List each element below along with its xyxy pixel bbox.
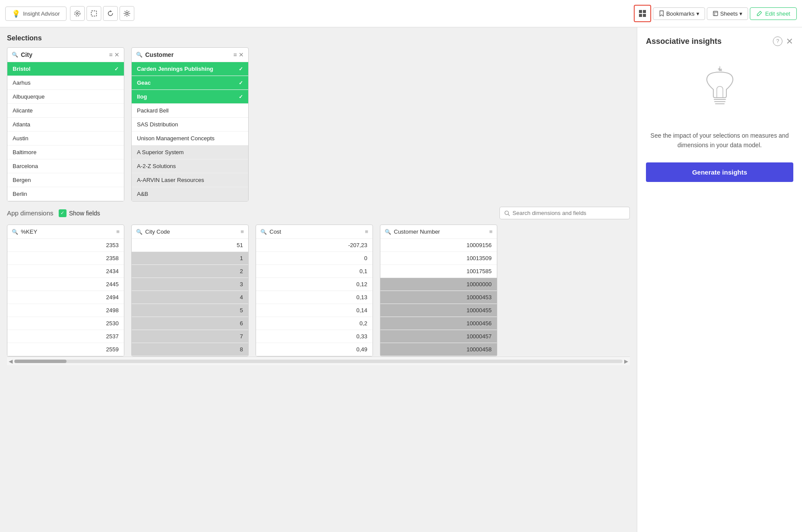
svg-point-1 — [77, 13, 78, 14]
rect-select-icon-btn[interactable] — [87, 6, 101, 21]
lightbulb-illustration — [698, 66, 742, 118]
city-item-berlin[interactable]: Berlin — [7, 187, 124, 201]
customer-item-ab[interactable]: A&B — [132, 187, 248, 201]
city-filter-close-icon[interactable]: ✕ — [114, 51, 120, 58]
show-fields-toggle[interactable]: ✓ Show fields — [59, 209, 100, 217]
cost-item-2[interactable]: 0 — [256, 252, 373, 265]
svg-rect-6 — [639, 14, 642, 17]
city-code-item-1[interactable]: 1 — [132, 252, 248, 265]
cost-item-8[interactable]: 0,33 — [256, 330, 373, 343]
key-dim-menu-icon[interactable]: ≡ — [116, 228, 120, 235]
grid-view-button[interactable] — [634, 5, 651, 22]
cust-num-item-5[interactable]: 10000453 — [380, 291, 497, 304]
cost-item-3[interactable]: 0,1 — [256, 265, 373, 278]
app-dimensions-header: App dimensions ✓ Show fields — [7, 207, 630, 219]
cost-dim-menu-icon[interactable]: ≡ — [365, 228, 368, 235]
cust-num-item-6[interactable]: 10000455 — [380, 304, 497, 317]
city-code-item-3[interactable]: 3 — [132, 278, 248, 291]
customer-filter-list-icon[interactable]: ≡ — [233, 51, 237, 58]
cust-num-item-3[interactable]: 10017585 — [380, 265, 497, 278]
city-code-item-6[interactable]: 6 — [132, 317, 248, 330]
selections-title: Selections — [7, 34, 630, 42]
customer-filter-icons: ≡ ✕ — [233, 51, 244, 58]
city-item-aarhus[interactable]: Aarhus — [7, 76, 124, 90]
city-code-item-5[interactable]: 5 — [132, 304, 248, 317]
dimensions-search-input[interactable] — [512, 210, 625, 216]
city-code-item-51[interactable]: 51 — [132, 239, 248, 252]
key-item-2537[interactable]: 2537 — [7, 330, 124, 343]
show-fields-checkbox[interactable]: ✓ — [59, 209, 67, 217]
sheets-button[interactable]: Sheets ▾ — [707, 7, 748, 20]
customer-item-sas[interactable]: SAS Distribution — [132, 118, 248, 132]
key-item-2353[interactable]: 2353 — [7, 239, 124, 252]
city-code-dim-menu-icon[interactable]: ≡ — [240, 228, 244, 235]
customer-item-packard[interactable]: Packard Bell — [132, 104, 248, 118]
refresh-icon-btn[interactable] — [103, 6, 118, 21]
cost-item-7[interactable]: 0,2 — [256, 317, 373, 330]
customer-number-search-icon: 🔍 — [385, 229, 391, 235]
bookmarks-button[interactable]: Bookmarks ▾ — [653, 7, 705, 20]
topbar-right: Bookmarks ▾ Sheets ▾ Edit sheet — [634, 5, 797, 22]
city-filter-list-icon[interactable]: ≡ — [109, 51, 113, 58]
svg-rect-2 — [91, 11, 97, 16]
help-icon[interactable]: ? — [773, 36, 782, 46]
cust-num-item-2[interactable]: 10013509 — [380, 252, 497, 265]
scroll-left-arrow[interactable]: ◀ — [9, 358, 13, 364]
cost-item-5[interactable]: 0,13 — [256, 291, 373, 304]
edit-sheet-button[interactable]: Edit sheet — [750, 7, 797, 20]
horizontal-scrollbar[interactable]: ◀ ▶ — [7, 357, 630, 365]
cost-item-4[interactable]: 0,12 — [256, 278, 373, 291]
key-item-2358[interactable]: 2358 — [7, 252, 124, 265]
customer-item-unison[interactable]: Unison Management Concepts — [132, 132, 248, 145]
city-code-item-8[interactable]: 8 — [132, 343, 248, 356]
cust-num-item-1[interactable]: 10009156 — [380, 239, 497, 252]
sheets-label: Sheets — [720, 10, 738, 17]
cust-num-item-9[interactable]: 10000458 — [380, 343, 497, 356]
city-item-alicante[interactable]: Alicante — [7, 104, 124, 118]
scroll-right-arrow[interactable]: ▶ — [624, 358, 628, 364]
lasso-icon-btn[interactable] — [70, 6, 85, 21]
associative-insights-title: Associative insights — [646, 37, 722, 46]
city-item-barcelona[interactable]: Barcelona — [7, 159, 124, 173]
settings-icon — [123, 10, 130, 17]
key-item-2530[interactable]: 2530 — [7, 317, 124, 330]
scroll-track[interactable] — [14, 360, 622, 363]
generate-insights-button[interactable]: Generate insights — [646, 162, 793, 182]
city-item-baltimore[interactable]: Baltimore — [7, 145, 124, 159]
key-item-2559[interactable]: 2559 — [7, 343, 124, 356]
customer-item-superior[interactable]: A Superior System — [132, 145, 248, 159]
cost-item-1[interactable]: -207,23 — [256, 239, 373, 252]
city-code-item-4[interactable]: 4 — [132, 291, 248, 304]
customer-number-dim-menu-icon[interactable]: ≡ — [489, 228, 493, 235]
customer-item-geac[interactable]: Geac ✓ — [132, 76, 248, 90]
city-code-item-2[interactable]: 2 — [132, 265, 248, 278]
city-item-albuquerque[interactable]: Albuquerque — [7, 90, 124, 104]
cost-item-9[interactable]: 0,49 — [256, 343, 373, 356]
settings-icon-btn[interactable] — [120, 6, 134, 21]
cust-num-item-7[interactable]: 10000456 — [380, 317, 497, 330]
customer-item-aarvin[interactable]: A-ARVIN Laser Resources — [132, 173, 248, 187]
close-panel-icon[interactable]: ✕ — [786, 36, 793, 46]
key-item-2498[interactable]: 2498 — [7, 304, 124, 317]
city-item-austin[interactable]: Austin — [7, 132, 124, 145]
city-item-atlanta[interactable]: Atlanta — [7, 118, 124, 132]
key-item-2445[interactable]: 2445 — [7, 278, 124, 291]
key-item-2494[interactable]: 2494 — [7, 291, 124, 304]
city-code-item-7[interactable]: 7 — [132, 330, 248, 343]
cost-dim-box: 🔍 Cost ≡ -207,23 0 0,1 0,12 0,13 0,14 0,… — [256, 225, 373, 357]
insight-advisor-button[interactable]: 💡 Insight Advisor — [5, 7, 67, 21]
customer-item-ilog[interactable]: Ilog ✓ — [132, 90, 248, 104]
customer-item-carden[interactable]: Carden Jennings Publishing ✓ — [132, 62, 248, 76]
city-item-bristol[interactable]: Bristol ✓ — [7, 62, 124, 76]
dimensions-search-bar[interactable] — [499, 207, 630, 219]
customer-filter-close-icon[interactable]: ✕ — [239, 51, 244, 58]
key-item-2434[interactable]: 2434 — [7, 265, 124, 278]
city-item-bergen[interactable]: Bergen — [7, 173, 124, 187]
customer-item-a2z[interactable]: A-2-Z Solutions — [132, 159, 248, 173]
cust-num-item-4[interactable]: 10000000 — [380, 278, 497, 291]
cost-item-6[interactable]: 0,14 — [256, 304, 373, 317]
cust-num-item-8[interactable]: 10000457 — [380, 330, 497, 343]
scroll-thumb[interactable] — [14, 360, 67, 363]
customer-number-dim-box: 🔍 Customer Number ≡ 10009156 10013509 10… — [380, 225, 497, 357]
show-fields-label: Show fields — [69, 210, 100, 217]
